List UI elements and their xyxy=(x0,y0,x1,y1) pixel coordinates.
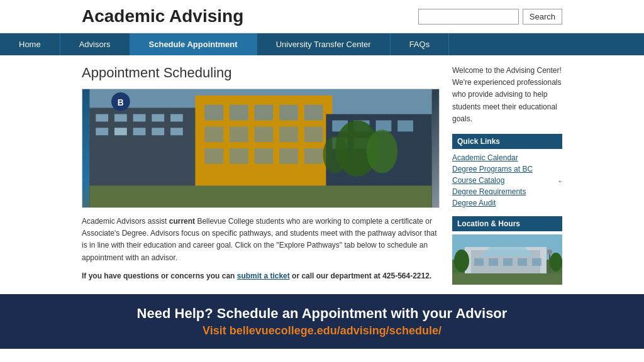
quick-link-degree-requirements: Degree Requirements xyxy=(452,186,562,197)
svg-rect-29 xyxy=(279,148,298,164)
footer-headline: Need Help? Schedule an Appointment with … xyxy=(82,305,562,322)
svg-rect-10 xyxy=(114,128,127,135)
degree-programs-link[interactable]: Degree Programs at BC xyxy=(452,165,533,173)
svg-rect-50 xyxy=(489,258,498,266)
welcome-text: Welcome to the Advising Center! We're ex… xyxy=(452,65,562,125)
svg-point-57 xyxy=(550,253,562,272)
submit-ticket-link[interactable]: submit a ticket xyxy=(237,272,290,280)
svg-point-42 xyxy=(323,136,348,173)
svg-text:B: B xyxy=(118,97,124,107)
svg-rect-18 xyxy=(255,105,274,121)
degree-requirements-link[interactable]: Degree Requirements xyxy=(452,187,526,196)
quick-link-course-catalog: Course Catalog ⌄ xyxy=(452,175,562,186)
quick-links-header: Quick Links xyxy=(452,134,562,149)
building-image: B xyxy=(82,89,440,208)
svg-rect-30 xyxy=(304,148,323,164)
body-text: Academic Advisors assist current Bellevu… xyxy=(82,216,440,264)
svg-rect-53 xyxy=(532,258,541,266)
svg-rect-20 xyxy=(304,105,323,121)
svg-rect-9 xyxy=(96,128,108,135)
page-title: Appointment Scheduling xyxy=(82,65,440,81)
svg-rect-7 xyxy=(152,114,164,122)
nav-advisors[interactable]: Advisors xyxy=(60,33,130,55)
nav-faqs[interactable]: FAQs xyxy=(391,33,450,55)
search-area: Search xyxy=(418,9,562,25)
svg-rect-12 xyxy=(152,128,164,135)
svg-point-55 xyxy=(547,250,552,255)
svg-rect-5 xyxy=(114,114,127,122)
svg-rect-51 xyxy=(503,258,513,266)
svg-rect-17 xyxy=(230,105,248,121)
location-header: Location & Hours xyxy=(452,216,562,231)
svg-rect-22 xyxy=(230,126,248,142)
svg-rect-6 xyxy=(133,114,146,122)
svg-rect-8 xyxy=(170,114,183,122)
svg-point-41 xyxy=(367,129,397,173)
body-text-bold: current xyxy=(169,217,195,226)
svg-rect-23 xyxy=(255,126,274,142)
location-image xyxy=(452,234,562,285)
svg-rect-58 xyxy=(452,273,562,285)
svg-rect-25 xyxy=(304,126,323,142)
contact-line: If you have questions or concerns you ca… xyxy=(82,270,440,282)
svg-point-56 xyxy=(454,250,469,272)
main-content: Appointment Scheduling xyxy=(0,55,644,294)
svg-rect-28 xyxy=(255,148,274,164)
svg-rect-37 xyxy=(397,120,413,131)
quick-link-degree-programs: Degree Programs at BC xyxy=(452,163,562,175)
svg-rect-19 xyxy=(279,105,298,121)
nav-home[interactable]: Home xyxy=(0,33,60,55)
site-title: Academic Advising xyxy=(82,6,243,26)
degree-audit-link[interactable]: Degree Audit xyxy=(452,199,496,207)
svg-rect-21 xyxy=(204,126,223,142)
academic-calendar-link[interactable]: Academic Calendar xyxy=(452,153,518,162)
quick-link-academic-calendar: Academic Calendar xyxy=(452,152,562,163)
svg-rect-49 xyxy=(474,258,484,266)
footer-url[interactable]: Visit bellevuecollege.edu/advising/sched… xyxy=(82,324,562,337)
quick-links-list: Academic Calendar Degree Programs at BC … xyxy=(452,152,562,209)
footer-banner: Need Help? Schedule an Appointment with … xyxy=(0,294,644,349)
chevron-down-icon: ⌄ xyxy=(557,177,562,184)
left-content: Appointment Scheduling xyxy=(82,65,440,285)
nav-transfer[interactable]: University Transfer Center xyxy=(257,33,391,55)
svg-rect-13 xyxy=(170,128,183,135)
right-sidebar: Welcome to the Advising Center! We're ex… xyxy=(452,65,562,285)
svg-rect-11 xyxy=(133,128,146,135)
page-header: Academic Advising Search xyxy=(0,0,644,33)
course-catalog-link[interactable]: Course Catalog xyxy=(452,176,504,185)
svg-rect-27 xyxy=(230,148,248,164)
quick-link-degree-audit: Degree Audit xyxy=(452,197,562,209)
search-input[interactable] xyxy=(418,9,519,25)
search-button[interactable]: Search xyxy=(523,9,562,25)
svg-rect-26 xyxy=(204,148,223,164)
svg-rect-43 xyxy=(89,185,431,207)
svg-marker-48 xyxy=(480,247,534,256)
nav-schedule[interactable]: Schedule Appointment xyxy=(130,33,257,55)
svg-rect-24 xyxy=(279,126,298,142)
svg-rect-16 xyxy=(204,105,223,121)
main-nav: Home Advisors Schedule Appointment Unive… xyxy=(0,33,644,55)
svg-rect-52 xyxy=(518,258,527,266)
svg-rect-4 xyxy=(96,114,108,122)
